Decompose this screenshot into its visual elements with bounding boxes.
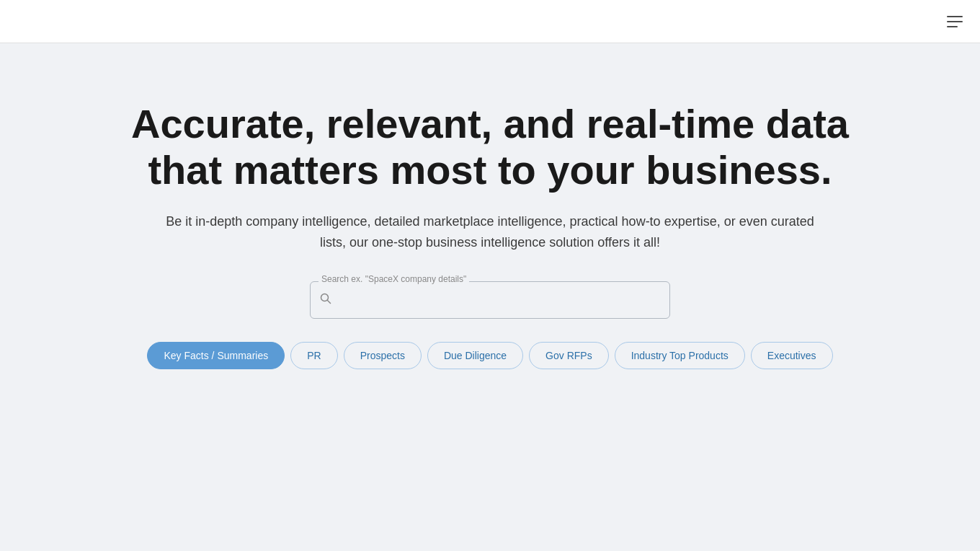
page-headline: Accurate, relevant, and real-time data t…: [94, 101, 886, 194]
tab-industry-top-products[interactable]: Industry Top Products: [615, 342, 745, 369]
main-content: Accurate, relevant, and real-time data t…: [0, 43, 980, 369]
page-subheadline: Be it in-depth company intelligence, det…: [166, 211, 814, 253]
tab-prospects[interactable]: Prospects: [344, 342, 422, 369]
tab-due-diligence[interactable]: Due Diligence: [427, 342, 523, 369]
tab-executives[interactable]: Executives: [751, 342, 833, 369]
tab-pr[interactable]: PR: [290, 342, 337, 369]
search-container: Search ex. "SpaceX company details": [310, 281, 670, 319]
menu-icon[interactable]: [947, 16, 963, 27]
tab-key-facts[interactable]: Key Facts / Summaries: [147, 342, 285, 369]
menu-bar-1: [947, 16, 963, 17]
category-tabs: Key Facts / SummariesPRProspectsDue Dili…: [147, 342, 832, 369]
search-input[interactable]: [310, 281, 670, 319]
header: [0, 0, 980, 43]
menu-bar-3: [947, 26, 958, 27]
search-label: Search ex. "SpaceX company details": [318, 274, 469, 284]
menu-bar-2: [947, 21, 963, 22]
tab-gov-rfps[interactable]: Gov RFPs: [529, 342, 609, 369]
